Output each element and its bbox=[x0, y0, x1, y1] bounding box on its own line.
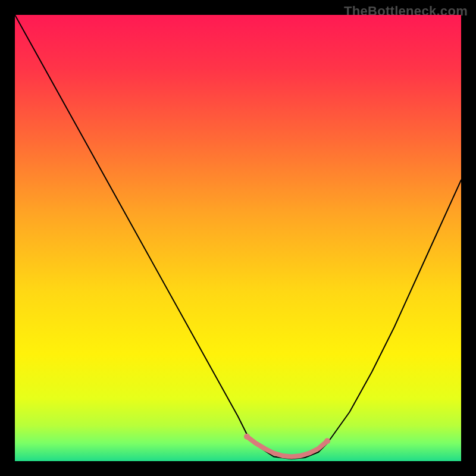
plot-svg bbox=[15, 15, 461, 461]
plot-background bbox=[15, 15, 461, 461]
flat-end-dot bbox=[324, 438, 330, 444]
chart-container: TheBottleneck.com bbox=[0, 0, 476, 476]
flat-start-dot bbox=[244, 434, 250, 440]
